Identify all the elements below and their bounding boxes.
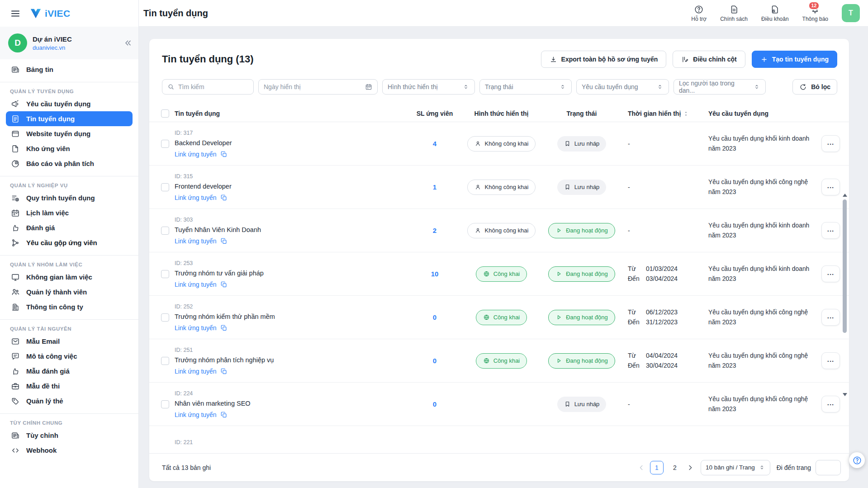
sort-icon[interactable] (683, 110, 689, 117)
visibility-badge: Công khai (476, 310, 527, 325)
sidebar-item[interactable]: Lịch làm việc (6, 205, 133, 220)
sidebar-item[interactable]: Mô tả công việc (6, 349, 133, 364)
next-page-icon[interactable] (686, 464, 694, 472)
row-checkbox[interactable] (161, 400, 169, 408)
table-row-partial: ID: 221 (149, 426, 849, 452)
scrollbar-thumb[interactable] (843, 199, 847, 333)
more-actions-button[interactable]: ... (821, 265, 840, 282)
sidebar-item[interactable]: Tùy chỉnh (6, 428, 133, 443)
calendar-icon (11, 208, 20, 218)
apply-link[interactable]: Link ứng tuyển (175, 368, 408, 375)
clear-filters-button[interactable]: Bỏ lọc (792, 79, 837, 95)
applicant-count[interactable]: 0 (412, 313, 457, 321)
apply-link[interactable]: Link ứng tuyển (175, 151, 408, 158)
applicant-count[interactable]: 1 (412, 183, 457, 191)
help-fab-button[interactable] (849, 452, 865, 468)
copy-icon[interactable] (220, 237, 228, 245)
scroll-down-icon[interactable] (843, 393, 847, 396)
applicant-count[interactable]: 4 (412, 140, 457, 147)
row-checkbox[interactable] (161, 313, 169, 322)
copy-icon[interactable] (220, 281, 228, 288)
sidebar-item[interactable]: Yêu cầu gộp ứng viên (6, 235, 133, 250)
more-actions-button[interactable]: ... (821, 222, 840, 239)
apply-link[interactable]: Link ứng tuyển (175, 194, 408, 201)
create-post-button[interactable]: Tạo tin tuyển dụng (752, 51, 837, 68)
sidebar-item[interactable]: Tin tuyển dụng (6, 111, 133, 126)
row-checkbox[interactable] (161, 183, 169, 191)
sidebar-item[interactable]: Mẫu đề thi (6, 379, 133, 393)
row-title: Frontend developer (175, 183, 408, 190)
sidebar-item[interactable]: Báo cáo và phân tích (6, 156, 133, 171)
user-avatar[interactable]: T (842, 4, 860, 22)
applicant-count[interactable]: 0 (412, 357, 457, 365)
status-select[interactable]: Trạng thái (479, 79, 572, 95)
copy-icon[interactable] (220, 324, 228, 332)
row-checkbox[interactable] (161, 140, 169, 148)
row-checkbox[interactable] (161, 270, 169, 278)
request-text: Yêu cầu tuyển dụng khối công nghệ năm 20… (704, 394, 817, 414)
topbar-help-button[interactable]: Hỗ trợ (691, 5, 707, 22)
project-domain-link[interactable]: duaniviec.vn (33, 44, 72, 51)
apply-link[interactable]: Link ứng tuyển (175, 237, 408, 245)
request-select[interactable]: Yêu cầu tuyển dụng (576, 79, 669, 95)
apply-link[interactable]: Link ứng tuyển (175, 411, 408, 418)
search-input[interactable] (178, 83, 248, 90)
table-row: ID: 252 Trưởng nhóm kiểm thử phần mềm Li… (149, 296, 849, 339)
project-switcher[interactable]: D Dự án iVIEC duaniviec.vn (0, 27, 138, 59)
sidebar-item[interactable]: Quy trình tuyển dụng (6, 190, 133, 205)
col-time[interactable]: Thời gian hiển thị (622, 110, 699, 117)
sidebar-item[interactable]: Đánh giá (6, 220, 133, 235)
row-checkbox[interactable] (161, 357, 169, 365)
copy-icon[interactable] (220, 194, 228, 201)
sidebar-item[interactable]: Không gian làm việc (6, 270, 133, 284)
table-scrollbar[interactable] (842, 194, 847, 396)
status-badge: Đang hoạt động (548, 353, 615, 369)
export-button[interactable]: Export toàn bộ hồ sơ ứng tuyển (541, 51, 667, 68)
display-type-select[interactable]: Hình thức hiển thị (382, 79, 475, 95)
applicant-count[interactable]: 2 (412, 227, 457, 234)
adjust-columns-button[interactable]: Điều chỉnh cột (673, 51, 745, 68)
row-checkbox[interactable] (161, 227, 169, 235)
sidebar-item[interactable]: Thông tin công ty (6, 299, 133, 314)
sidebar-item[interactable]: Kho ứng viên (6, 141, 133, 156)
goto-page-input[interactable] (816, 460, 841, 475)
sidebar-item[interactable]: Mẫu đánh giá (6, 364, 133, 379)
more-actions-button[interactable]: ... (821, 309, 840, 326)
date-input[interactable] (264, 83, 361, 90)
menu-icon[interactable] (10, 8, 21, 19)
sidebar-item[interactable]: Bảng tin (6, 62, 133, 77)
select-all-checkbox[interactable] (161, 109, 169, 118)
sidebar-item[interactable]: Quản lý thành viên (6, 284, 133, 299)
page-1-button[interactable]: 1 (650, 461, 664, 474)
merge-icon (11, 238, 20, 247)
scroll-up-icon[interactable] (843, 194, 847, 197)
apply-link[interactable]: Link ứng tuyển (175, 281, 408, 288)
table-row: ID: 303 Tuyển Nhân Viên Kinh Doanh Link … (149, 209, 849, 252)
collapse-sidebar-icon[interactable] (123, 38, 133, 48)
more-actions-button[interactable]: ... (821, 179, 840, 195)
more-actions-button[interactable]: ... (821, 396, 840, 412)
copy-icon[interactable] (220, 368, 228, 375)
topbar-bell-button[interactable]: Thông báo12 (802, 5, 828, 22)
sidebar-item[interactable]: Quản lý thẻ (6, 393, 133, 408)
sidebar-item-label: Lịch làm việc (26, 209, 69, 217)
more-actions-button[interactable]: ... (821, 352, 840, 369)
apply-link[interactable]: Link ứng tuyển (175, 324, 408, 332)
prev-page-icon[interactable] (637, 464, 645, 472)
topbar-terms-button[interactable]: Điều khoản (761, 5, 789, 22)
sidebar-item[interactable]: Mẫu Email (6, 334, 133, 349)
copy-icon[interactable] (220, 151, 228, 158)
topbar-policy-button[interactable]: Chính sách (720, 5, 748, 22)
sidebar-item[interactable]: Yêu cầu tuyển dụng (6, 96, 133, 111)
sidebar-item-label: Website tuyển dụng (26, 130, 90, 137)
copy-icon[interactable] (220, 411, 228, 418)
page-size-select[interactable]: 10 bản ghi / Trang (701, 460, 770, 475)
creator-select[interactable]: Lọc người tạo trong dan... (674, 79, 766, 95)
sidebar-item[interactable]: Webhook (6, 443, 133, 458)
more-actions-button[interactable]: ... (821, 135, 840, 152)
applicant-count[interactable]: 10 (412, 270, 457, 278)
page-2-button[interactable]: 2 (668, 461, 682, 474)
total-records: Tất cả 13 bản ghi (162, 464, 211, 471)
applicant-count[interactable]: 0 (412, 400, 457, 408)
sidebar-item[interactable]: Website tuyển dụng (6, 126, 133, 141)
